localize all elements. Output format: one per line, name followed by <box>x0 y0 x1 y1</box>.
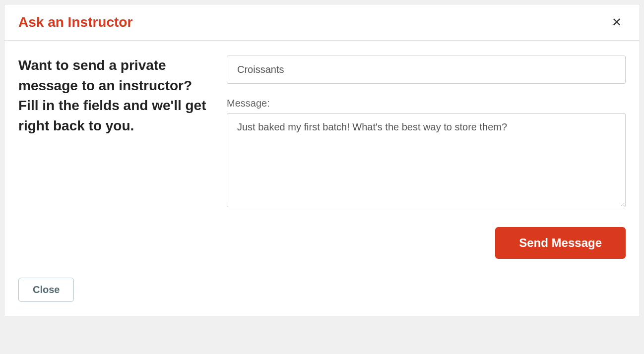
form-area: Message: Just baked my first batch! What… <box>227 56 626 259</box>
modal-footer: Close <box>4 269 640 316</box>
subject-input[interactable] <box>227 56 626 84</box>
modal-body: Want to send a private message to an ins… <box>4 41 640 269</box>
intro-text: Want to send a private message to an ins… <box>18 56 207 259</box>
modal-title: Ask an Instructor <box>18 14 132 30</box>
message-textarea[interactable]: Just baked my first batch! What's the be… <box>227 113 626 207</box>
ask-instructor-modal: Ask an Instructor ✕ Want to send a priva… <box>4 4 640 316</box>
message-label: Message: <box>227 98 626 109</box>
modal-header: Ask an Instructor ✕ <box>4 4 640 41</box>
send-message-button[interactable]: Send Message <box>495 227 626 259</box>
send-row: Send Message <box>227 227 626 259</box>
close-icon[interactable]: ✕ <box>608 14 626 30</box>
close-button[interactable]: Close <box>18 278 74 302</box>
